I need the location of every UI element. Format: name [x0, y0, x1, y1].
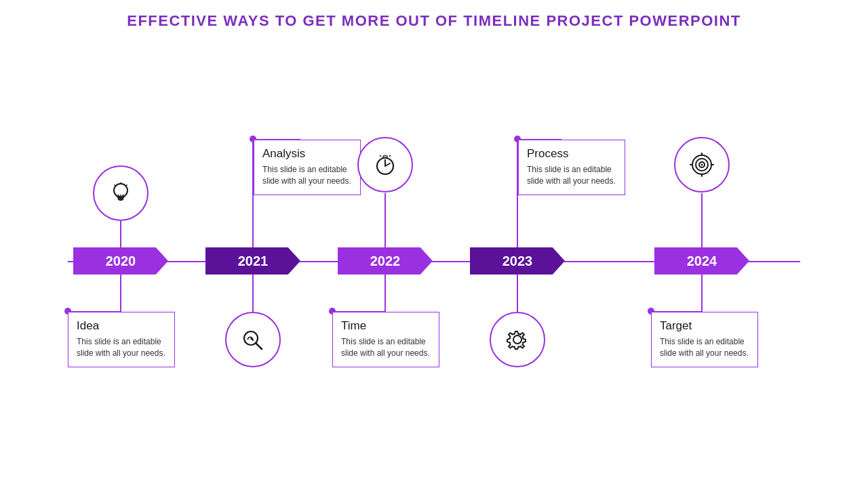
icon-circle-2 — [225, 312, 281, 367]
svg-rect-11 — [383, 156, 387, 158]
svg-line-6 — [256, 343, 262, 349]
svg-line-2 — [126, 185, 127, 186]
timeline-wrapper: 2020 Idea This slide is an editable slid… — [0, 44, 868, 485]
slide-container: EFFECTIVE WAYS TO GET MORE OUT OF TIMELI… — [0, 0, 868, 30]
info-desc-3: This slide is an editable slide with all… — [341, 336, 431, 360]
target-icon — [688, 151, 715, 178]
info-desc-4: This slide is an editable slide with all… — [527, 164, 616, 188]
icon-circle-1 — [93, 165, 149, 221]
info-title-3: Time — [341, 319, 431, 333]
vline-2-down — [252, 274, 254, 312]
info-desc-5: This slide is an editable slide with all… — [660, 336, 749, 360]
info-title-5: Target — [660, 319, 749, 333]
vline-5-down — [701, 274, 703, 312]
icon-circle-3 — [357, 137, 413, 192]
svg-point-18 — [701, 164, 703, 166]
info-title-2: Analysis — [262, 147, 352, 161]
search-analytics-icon — [239, 326, 267, 353]
svg-line-3 — [115, 185, 116, 186]
gear-icon — [504, 326, 531, 353]
stopwatch-icon — [372, 151, 399, 178]
svg-line-10 — [385, 163, 390, 166]
page-title: EFFECTIVE WAYS TO GET MORE OUT OF TIMELI… — [0, 0, 868, 30]
info-desc-1: This slide is an editable slide with all… — [77, 336, 166, 360]
svg-line-13 — [389, 155, 391, 157]
year-badge-3: 2022 — [338, 247, 433, 274]
info-desc-2: This slide is an editable slide with all… — [262, 164, 352, 188]
lightbulb-icon — [107, 180, 134, 207]
year-badge-2: 2021 — [205, 247, 300, 274]
vline-3-down — [384, 274, 386, 312]
info-title-4: Process — [527, 147, 616, 161]
icon-circle-5 — [674, 137, 730, 192]
info-box-3: Time This slide is an editable slide wit… — [332, 312, 439, 367]
icon-circle-4 — [490, 312, 545, 367]
info-box-5: Target This slide is an editable slide w… — [651, 312, 758, 367]
vline-1-down — [120, 274, 121, 312]
svg-point-14 — [513, 336, 521, 344]
year-badge-4: 2023 — [470, 247, 565, 274]
info-title-1: Idea — [77, 319, 166, 333]
info-box-1: Idea This slide is an editable slide wit… — [68, 312, 175, 367]
year-badge-1: 2020 — [73, 247, 168, 274]
svg-line-12 — [380, 155, 381, 157]
svg-point-7 — [251, 338, 253, 340]
vline-4-down — [517, 274, 518, 312]
year-badge-5: 2024 — [654, 247, 749, 274]
info-box-4: Process This slide is an editable slide … — [518, 140, 625, 195]
info-box-2: Analysis This slide is an editable slide… — [254, 140, 361, 195]
